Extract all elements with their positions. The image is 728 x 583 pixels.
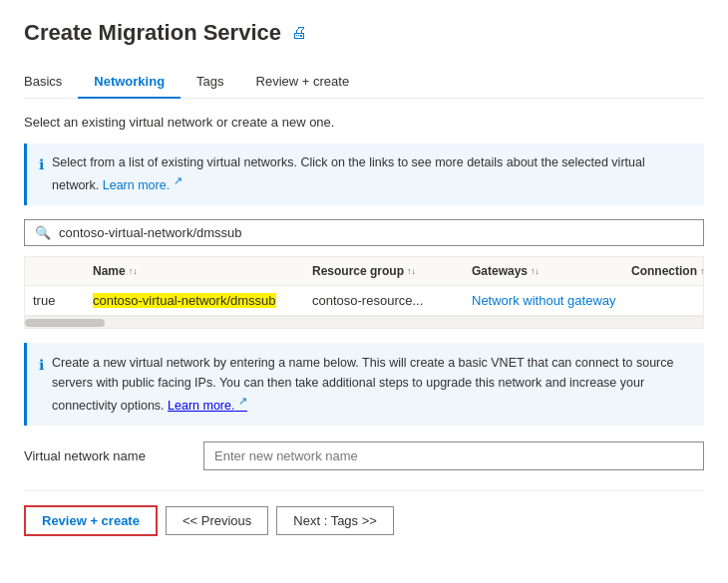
info-box-existing-networks: ℹ Select from a list of existing virtual…: [24, 144, 704, 205]
network-search-box: 🔍: [24, 219, 704, 246]
tab-basics[interactable]: Basics: [24, 66, 78, 99]
scrollbar-thumb: [25, 319, 105, 327]
sort-icon-connection: ↑↓: [700, 266, 704, 276]
table-row[interactable]: true contoso-virtual-network/dmssub cont…: [25, 286, 703, 316]
learn-more-link-1[interactable]: Learn more. ↗: [103, 178, 182, 192]
info-text-1: Select from a list of existing virtual n…: [52, 153, 692, 195]
previous-button[interactable]: << Previous: [166, 506, 268, 535]
virtual-network-name-input[interactable]: [203, 441, 704, 470]
col-header-resource-group[interactable]: Resource group ↑↓: [304, 257, 464, 285]
table-header: Name ↑↓ Resource group ↑↓ Gateways ↑↓ Co…: [25, 257, 703, 286]
tabs-row: Basics Networking Tags Review + create: [24, 66, 704, 99]
col-header-name[interactable]: Name ↑↓: [85, 257, 304, 285]
info-icon-1: ℹ: [39, 154, 44, 175]
tab-networking[interactable]: Networking: [78, 66, 181, 99]
page-title: Create Migration Service: [24, 20, 281, 46]
tab-tags[interactable]: Tags: [181, 66, 239, 99]
col-header-gateways[interactable]: Gateways ↑↓: [464, 257, 623, 285]
learn-more-link-2[interactable]: Learn more. ↗: [168, 399, 247, 413]
virtual-network-name-row: Virtual network name: [24, 441, 704, 470]
next-button[interactable]: Next : Tags >>: [276, 506, 394, 535]
external-link-icon-2: ↗: [238, 395, 247, 407]
info-text-2: Create a new virtual network by entering…: [52, 353, 692, 416]
col-header-connection[interactable]: Connection ↑↓: [623, 257, 704, 285]
tab-review-create[interactable]: Review + create: [240, 66, 366, 99]
sort-icon-gateways: ↑↓: [531, 266, 540, 276]
sort-icon-name: ↑↓: [129, 266, 138, 276]
row-gateways: Network without gateway: [464, 286, 623, 315]
row-connection: [623, 286, 704, 315]
search-icon: 🔍: [35, 225, 51, 240]
virtual-network-name-label: Virtual network name: [24, 448, 203, 463]
networks-table: Name ↑↓ Resource group ↑↓ Gateways ↑↓ Co…: [24, 256, 704, 329]
row-name: contoso-virtual-network/dmssub: [85, 286, 304, 315]
print-icon[interactable]: 🖨: [291, 24, 307, 42]
network-search-input[interactable]: [59, 225, 693, 240]
col-header-blank: [25, 257, 85, 285]
horizontal-scrollbar[interactable]: [25, 316, 703, 328]
row-resource-group: contoso-resource...: [304, 286, 464, 315]
info-icon-2: ℹ: [39, 354, 44, 376]
external-link-icon-1: ↗: [174, 174, 182, 186]
info-box-new-network: ℹ Create a new virtual network by enteri…: [24, 343, 704, 426]
footer-bar: Review + create << Previous Next : Tags …: [24, 490, 704, 536]
review-create-button[interactable]: Review + create: [24, 505, 158, 536]
row-selected: true: [25, 286, 85, 315]
subtitle: Select an existing virtual network or cr…: [24, 115, 704, 130]
sort-icon-rg: ↑↓: [407, 266, 416, 276]
